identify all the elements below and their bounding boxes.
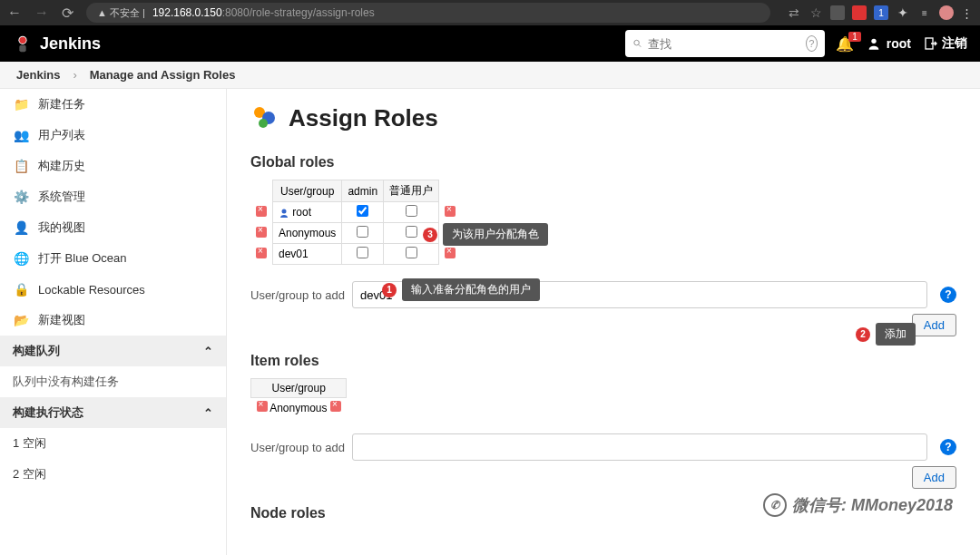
sidebar: 📁新建任务 👥用户列表 📋构建历史 ⚙️系统管理 👤我的视图 🌐打开 Blue …: [0, 89, 227, 555]
new-job-icon: 📁: [13, 96, 29, 112]
chevron-up-icon: ⌃: [203, 345, 213, 358]
user-icon: [867, 36, 881, 51]
search-help-icon[interactable]: ?: [806, 35, 818, 52]
chevron-up-icon: ⌃: [203, 406, 213, 420]
svg-point-3: [634, 40, 640, 45]
global-roles-table: User/group admin 普通用户 root Anonymous: [250, 180, 461, 265]
global-roles-heading: Global roles: [250, 154, 956, 170]
node-roles-heading: Node roles: [250, 505, 956, 521]
brand-label: Jenkins: [40, 34, 101, 54]
search-input[interactable]: [648, 37, 800, 51]
page-title-text: Assign Roles: [289, 104, 438, 132]
crumb-home[interactable]: Jenkins: [16, 68, 60, 82]
sidebar-item-history[interactable]: 📋构建历史: [0, 151, 226, 181]
svg-point-9: [259, 119, 268, 128]
lock-icon: 🔒: [13, 281, 29, 297]
help-icon[interactable]: ?: [940, 287, 956, 303]
table-row: Anonymous: [251, 398, 347, 418]
svg-rect-2: [19, 45, 25, 52]
th-usergroup-item: User/group: [251, 379, 347, 398]
nav-arrows: ← → ⟳: [7, 5, 74, 22]
exec-header[interactable]: 构建执行状态 ⌃: [0, 397, 226, 428]
delete-icon[interactable]: [445, 248, 456, 258]
delete-icon[interactable]: [330, 401, 341, 412]
add-user-row-item: User/group to add ?: [250, 433, 956, 461]
extension-icons: ⇄ ☆ 1 ✦ ≡ ⋮: [787, 5, 973, 20]
profile-avatar-icon[interactable]: [939, 5, 954, 20]
delete-icon[interactable]: [256, 248, 267, 258]
notif-badge: 1: [848, 32, 861, 42]
add-button-item[interactable]: Add: [912, 466, 956, 489]
sidebar-item-blueocean[interactable]: 🌐打开 Blue Ocean: [0, 243, 226, 274]
user-icon: [279, 208, 289, 219]
delete-icon[interactable]: [256, 206, 267, 217]
callout-3: 3 为该用户分配角色: [423, 223, 548, 246]
browser-chrome: ← → ⟳ ▲ 不安全 | 192.168.0.150:8080/role-st…: [0, 0, 980, 25]
history-icon: 📋: [13, 158, 29, 174]
add-user-input-item[interactable]: [352, 433, 927, 461]
menu-dots-icon[interactable]: ⋮: [961, 6, 973, 20]
main-content: Assign Roles Global roles User/group adm…: [227, 89, 980, 555]
callout-1: 1 输入准备分配角色的用户: [382, 278, 540, 301]
page-title: Assign Roles: [250, 103, 956, 132]
add-label-item: User/group to add: [250, 441, 345, 454]
translate-icon[interactable]: ⇄: [787, 5, 801, 20]
crumb-page[interactable]: Manage and Assign Roles: [90, 68, 236, 82]
checkbox-anon-common[interactable]: [406, 226, 417, 238]
users-icon: 👥: [13, 127, 29, 143]
logout-link[interactable]: 注销: [924, 35, 967, 52]
search-box[interactable]: ?: [625, 30, 825, 57]
add-button[interactable]: Add: [912, 314, 956, 336]
add-user-row-global: User/group to add ? 1 输入准备分配角色的用户: [250, 281, 956, 308]
user-menu[interactable]: root: [867, 36, 911, 51]
url-bar[interactable]: ▲ 不安全 | 192.168.0.150:8080/role-strategy…: [86, 3, 770, 23]
jenkins-logo-icon: [13, 34, 33, 54]
jenkins-logo[interactable]: Jenkins: [13, 34, 101, 54]
myview-icon: 👤: [13, 219, 29, 236]
blueocean-icon: 🌐: [13, 250, 29, 267]
sidebar-item-newview[interactable]: 📂新建视图: [0, 305, 226, 336]
forward-icon[interactable]: →: [34, 5, 49, 22]
sidebar-item-manage[interactable]: ⚙️系统管理: [0, 181, 226, 212]
back-icon[interactable]: ←: [7, 5, 22, 22]
th-common: 普通用户: [384, 180, 439, 202]
checkbox-anon-admin[interactable]: [357, 226, 368, 238]
table-row: dev01: [250, 244, 461, 265]
th-usergroup: User/group: [273, 180, 342, 202]
add-label: User/group to add: [250, 288, 345, 302]
breadcrumb: Jenkins › Manage and Assign Roles: [0, 62, 980, 89]
help-icon[interactable]: ?: [940, 439, 956, 455]
notifications-bell[interactable]: 🔔1: [836, 35, 854, 53]
assign-roles-icon: [250, 103, 279, 132]
delete-icon[interactable]: [257, 401, 268, 412]
ext-icon-2[interactable]: [852, 5, 867, 20]
svg-point-10: [282, 209, 287, 213]
checkbox-dev01-admin[interactable]: [357, 247, 368, 258]
username-label: root: [887, 36, 911, 51]
reload-icon[interactable]: ⟳: [62, 5, 74, 22]
url-host: 192.168.0.150: [152, 6, 222, 19]
logout-icon: [924, 36, 938, 51]
sidebar-item-myviews[interactable]: 👤我的视图: [0, 212, 226, 243]
delete-icon[interactable]: [445, 206, 456, 217]
bookmark-star-icon[interactable]: ☆: [808, 5, 823, 20]
newview-icon: 📂: [13, 312, 29, 328]
logout-label: 注销: [942, 35, 967, 52]
ext-icon-4[interactable]: ≡: [917, 5, 932, 20]
queue-header[interactable]: 构建队列 ⌃: [0, 336, 226, 366]
checkbox-dev01-common[interactable]: [406, 247, 417, 258]
item-roles-table: User/group Anonymous: [250, 378, 347, 417]
crumb-sep-icon: ›: [73, 68, 76, 82]
insecure-icon: ▲ 不安全 |: [97, 6, 145, 20]
item-roles-heading: Item roles: [250, 353, 956, 369]
sidebar-item-users[interactable]: 👥用户列表: [0, 120, 226, 151]
sidebar-item-new[interactable]: 📁新建任务: [0, 89, 226, 120]
queue-empty-label: 队列中没有构建任务: [0, 366, 226, 397]
ext-icon-1[interactable]: [830, 5, 845, 20]
delete-icon[interactable]: [256, 227, 267, 238]
checkbox-root-common[interactable]: [406, 205, 417, 217]
checkbox-root-admin[interactable]: [357, 205, 368, 217]
sidebar-item-lockable[interactable]: 🔒Lockable Resources: [0, 274, 226, 305]
ext-icon-3[interactable]: 1: [874, 5, 888, 20]
extensions-icon[interactable]: ✦: [896, 5, 910, 20]
